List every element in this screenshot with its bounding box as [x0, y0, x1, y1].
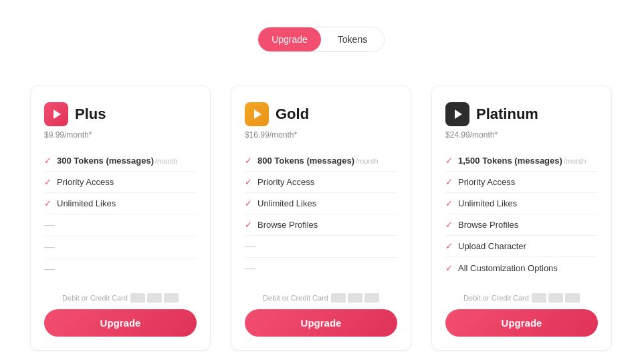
token-text: 1,500 Tokens (messages)	[458, 156, 562, 166]
payment-info-platinum: Debit or Credit Card	[445, 293, 598, 303]
plan-card-plus: Plus$9.99/month*✓300 Tokens (messages)/m…	[30, 85, 211, 351]
feature-item-platinum-5: ✓All Customization Options	[445, 257, 598, 279]
check-icon: ✓	[245, 156, 252, 166]
feature-text-platinum-3: Browse Profiles	[458, 220, 518, 230]
dash-icon: —	[245, 240, 255, 252]
plan-name-gold: Gold	[276, 106, 309, 123]
feature-item-plus-0: ✓300 Tokens (messages)/month	[44, 150, 197, 172]
feature-item-plus-1: ✓Priority Access	[44, 172, 197, 193]
feature-text-platinum-5: All Customization Options	[458, 263, 558, 273]
payment-info-plus: Debit or Credit Card	[44, 293, 197, 303]
card-icon	[147, 293, 162, 303]
plan-name-platinum: Platinum	[476, 106, 538, 123]
card-icons	[331, 293, 379, 303]
check-icon: ✓	[245, 198, 252, 208]
feature-text-gold-0: 800 Tokens (messages)/month	[257, 156, 379, 166]
feature-item-gold-3: ✓Browse Profiles	[245, 214, 397, 236]
plan-price-platinum: $24.99/month*	[445, 130, 598, 140]
check-icon: ✓	[44, 177, 51, 187]
upgrade-button-platinum[interactable]: Upgrade	[445, 309, 598, 337]
token-month: /month	[155, 157, 178, 165]
plan-name-plus: Plus	[75, 106, 106, 123]
feature-item-gold-0: ✓800 Tokens (messages)/month	[245, 150, 397, 172]
feature-item-platinum-3: ✓Browse Profiles	[445, 214, 598, 236]
feature-item-platinum-2: ✓Unlimited Likes	[445, 193, 598, 214]
card-icon	[364, 293, 379, 303]
payment-label: Debit or Credit Card	[463, 294, 529, 302]
check-icon: ✓	[445, 220, 453, 230]
check-icon: ✓	[445, 156, 453, 166]
feature-item-platinum-4: ✓Upload Character	[445, 236, 598, 257]
play-icon	[455, 110, 462, 119]
feature-text-plus-1: Priority Access	[57, 177, 114, 187]
plan-card-platinum: Platinum$24.99/month*✓1,500 Tokens (mess…	[431, 85, 612, 351]
plan-header-plus: Plus	[44, 102, 197, 126]
payment-label: Debit or Credit Card	[263, 294, 328, 302]
dash-icon: —	[245, 262, 255, 275]
token-text: 300 Tokens (messages)	[57, 156, 154, 166]
feature-text-gold-2: Unlimited Likes	[257, 198, 316, 208]
payment-label: Debit or Credit Card	[62, 294, 128, 302]
feature-item-plus-4: —	[44, 236, 197, 258]
plan-icon-gold	[245, 102, 269, 126]
play-icon	[54, 110, 61, 119]
check-icon: ✓	[44, 156, 51, 166]
check-icon: ✓	[245, 177, 252, 187]
feature-item-platinum-0: ✓1,500 Tokens (messages)/month	[445, 150, 598, 172]
plan-price-plus: $9.99/month*	[44, 130, 197, 140]
token-text: 800 Tokens (messages)	[257, 156, 354, 166]
feature-text-platinum-1: Priority Access	[458, 177, 515, 187]
feature-item-plus-5: —	[44, 258, 197, 280]
tokens-tab[interactable]: Tokens	[321, 27, 384, 51]
upgrade-button-gold[interactable]: Upgrade	[245, 309, 397, 337]
plan-card-gold: Gold$16.99/month*✓800 Tokens (messages)/…	[231, 85, 411, 351]
feature-item-plus-3: —	[44, 214, 197, 236]
payment-info-gold: Debit or Credit Card	[245, 293, 397, 303]
feature-text-plus-0: 300 Tokens (messages)/month	[57, 156, 178, 166]
feature-text-platinum-4: Upload Character	[458, 241, 526, 251]
card-icon	[331, 293, 346, 303]
features-list-gold: ✓800 Tokens (messages)/month✓Priority Ac…	[245, 150, 397, 280]
feature-item-platinum-1: ✓Priority Access	[445, 172, 598, 193]
plan-price-gold: $16.99/month*	[245, 130, 397, 140]
card-icon	[565, 293, 580, 303]
token-month: /month	[564, 157, 586, 165]
dash-icon: —	[44, 263, 55, 275]
feature-item-gold-2: ✓Unlimited Likes	[245, 193, 397, 214]
feature-text-platinum-0: 1,500 Tokens (messages)/month	[458, 156, 586, 166]
check-icon: ✓	[245, 220, 252, 230]
card-icons	[532, 293, 580, 303]
card-icon	[348, 293, 362, 303]
features-list-plus: ✓300 Tokens (messages)/month✓Priority Ac…	[44, 150, 197, 280]
upgrade-button-plus[interactable]: Upgrade	[44, 309, 197, 337]
feature-text-platinum-2: Unlimited Likes	[458, 198, 517, 208]
feature-item-gold-4: —	[245, 236, 397, 258]
card-icon	[548, 293, 563, 303]
card-icon	[532, 293, 546, 303]
check-icon: ✓	[445, 241, 453, 251]
features-list-platinum: ✓1,500 Tokens (messages)/month✓Priority …	[445, 150, 598, 280]
plan-icon-platinum	[445, 102, 469, 126]
card-icon	[130, 293, 145, 303]
card-icon	[164, 293, 179, 303]
check-icon: ✓	[445, 177, 453, 187]
upgrade-tab[interactable]: Upgrade	[258, 27, 321, 51]
tab-switcher: Upgrade Tokens	[257, 27, 385, 52]
dash-icon: —	[44, 241, 55, 253]
dash-icon: —	[44, 219, 55, 231]
check-icon: ✓	[445, 263, 453, 273]
card-icons	[130, 293, 179, 303]
plan-icon-plus	[44, 102, 68, 126]
plans-container: Plus$9.99/month*✓300 Tokens (messages)/m…	[13, 85, 629, 351]
plan-header-platinum: Platinum	[445, 102, 598, 126]
feature-text-plus-2: Unlimited Likes	[57, 198, 116, 208]
feature-item-plus-2: ✓Unlimited Likes	[44, 193, 197, 214]
play-icon	[254, 110, 261, 119]
feature-item-gold-5: —	[245, 258, 397, 279]
plan-header-gold: Gold	[245, 102, 397, 126]
token-month: /month	[356, 157, 379, 165]
feature-text-gold-1: Priority Access	[257, 177, 314, 187]
feature-text-gold-3: Browse Profiles	[257, 220, 318, 230]
check-icon: ✓	[445, 198, 453, 208]
check-icon: ✓	[44, 198, 51, 208]
